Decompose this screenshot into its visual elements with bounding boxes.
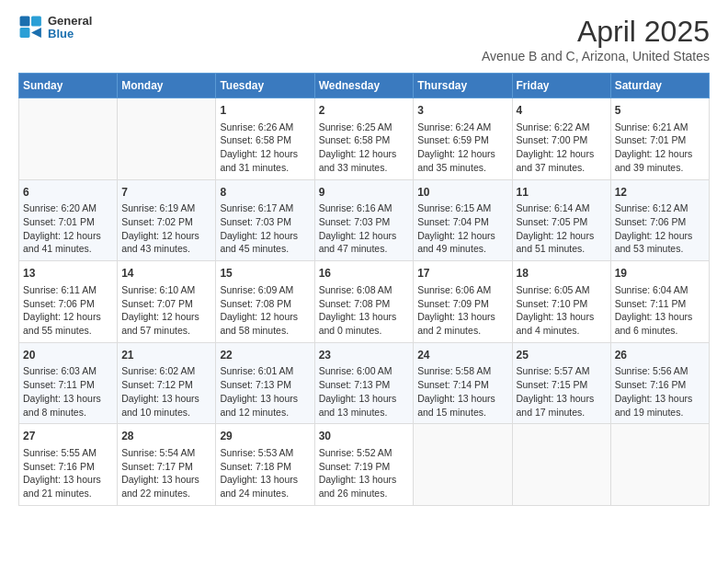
day-number: 18: [517, 266, 607, 282]
day-number: 9: [319, 185, 410, 201]
page-header: General Blue April 2025 Avenue B and C, …: [18, 15, 710, 63]
calendar-cell: 4Sunrise: 6:22 AM Sunset: 7:00 PM Daylig…: [512, 98, 610, 180]
day-number: 28: [121, 429, 211, 444]
day-info: Sunrise: 6:26 AM Sunset: 6:58 PM Dayligh…: [220, 121, 310, 175]
day-info: Sunrise: 6:03 AM Sunset: 7:11 PM Dayligh…: [23, 364, 113, 419]
day-number: 21: [121, 348, 211, 363]
day-number: 25: [517, 348, 607, 363]
day-number: 3: [417, 103, 507, 119]
day-number: 12: [615, 185, 705, 201]
day-info: Sunrise: 6:16 AM Sunset: 7:03 PM Dayligh…: [319, 201, 410, 256]
calendar-cell: 8Sunrise: 6:17 AM Sunset: 7:03 PM Daylig…: [216, 179, 314, 261]
calendar-cell: 23Sunrise: 6:00 AM Sunset: 7:13 PM Dayli…: [314, 342, 414, 424]
day-info: Sunrise: 5:58 AM Sunset: 7:14 PM Dayligh…: [417, 364, 507, 419]
day-number: 10: [417, 185, 507, 201]
weekday-header-tuesday: Tuesday: [216, 74, 314, 98]
day-info: Sunrise: 6:15 AM Sunset: 7:04 PM Dayligh…: [417, 201, 507, 256]
day-number: 19: [615, 266, 705, 282]
calendar-cell: [118, 98, 216, 180]
day-number: 6: [23, 185, 113, 201]
day-number: 7: [121, 185, 211, 201]
svg-marker-3: [31, 28, 41, 38]
day-info: Sunrise: 6:14 AM Sunset: 7:05 PM Dayligh…: [517, 201, 607, 256]
day-number: 20: [23, 348, 113, 363]
logo-general-text: General: [48, 15, 92, 28]
day-number: 5: [615, 103, 705, 119]
calendar-cell: 16Sunrise: 6:08 AM Sunset: 7:08 PM Dayli…: [314, 261, 414, 343]
calendar-cell: 18Sunrise: 6:05 AM Sunset: 7:10 PM Dayli…: [512, 261, 610, 343]
calendar-cell: 17Sunrise: 6:06 AM Sunset: 7:09 PM Dayli…: [414, 261, 512, 343]
weekday-header-friday: Friday: [512, 74, 610, 98]
day-info: Sunrise: 6:19 AM Sunset: 7:02 PM Dayligh…: [121, 201, 211, 256]
day-number: 2: [319, 103, 410, 119]
day-info: Sunrise: 6:05 AM Sunset: 7:10 PM Dayligh…: [517, 283, 607, 338]
day-info: Sunrise: 6:06 AM Sunset: 7:09 PM Dayligh…: [417, 283, 507, 338]
day-info: Sunrise: 6:12 AM Sunset: 7:06 PM Dayligh…: [615, 201, 705, 256]
calendar-cell: 24Sunrise: 5:58 AM Sunset: 7:14 PM Dayli…: [414, 342, 512, 424]
day-number: 29: [220, 429, 310, 444]
weekday-header-saturday: Saturday: [610, 74, 709, 98]
svg-rect-1: [31, 17, 41, 27]
day-info: Sunrise: 6:21 AM Sunset: 7:01 PM Dayligh…: [615, 121, 705, 175]
logo-blue-text: Blue: [48, 28, 92, 40]
calendar-cell: 22Sunrise: 6:01 AM Sunset: 7:13 PM Dayli…: [216, 342, 314, 424]
day-info: Sunrise: 5:55 AM Sunset: 7:16 PM Dayligh…: [23, 446, 113, 500]
calendar-header: SundayMondayTuesdayWednesdayThursdayFrid…: [19, 74, 710, 98]
day-number: 8: [220, 185, 310, 201]
calendar-cell: 10Sunrise: 6:15 AM Sunset: 7:04 PM Dayli…: [414, 179, 512, 261]
day-info: Sunrise: 6:04 AM Sunset: 7:11 PM Dayligh…: [615, 283, 705, 338]
day-info: Sunrise: 5:54 AM Sunset: 7:17 PM Dayligh…: [121, 446, 211, 500]
calendar-week-2: 6Sunrise: 6:20 AM Sunset: 7:01 PM Daylig…: [19, 179, 710, 261]
day-info: Sunrise: 6:08 AM Sunset: 7:08 PM Dayligh…: [319, 283, 410, 338]
title-block: April 2025 Avenue B and C, Arizona, Unit…: [482, 15, 710, 63]
day-number: 24: [417, 348, 507, 363]
weekday-header-thursday: Thursday: [414, 74, 512, 98]
calendar-title: April 2025: [482, 15, 710, 49]
calendar-cell: 27Sunrise: 5:55 AM Sunset: 7:16 PM Dayli…: [19, 424, 118, 506]
calendar-cell: 6Sunrise: 6:20 AM Sunset: 7:01 PM Daylig…: [19, 179, 118, 261]
day-info: Sunrise: 6:11 AM Sunset: 7:06 PM Dayligh…: [23, 283, 113, 338]
calendar-cell: [610, 424, 709, 506]
day-info: Sunrise: 6:24 AM Sunset: 6:59 PM Dayligh…: [417, 121, 507, 175]
calendar-cell: 29Sunrise: 5:53 AM Sunset: 7:18 PM Dayli…: [216, 424, 314, 506]
day-info: Sunrise: 6:09 AM Sunset: 7:08 PM Dayligh…: [220, 283, 310, 338]
calendar-cell: 11Sunrise: 6:14 AM Sunset: 7:05 PM Dayli…: [512, 179, 610, 261]
calendar-cell: 28Sunrise: 5:54 AM Sunset: 7:17 PM Dayli…: [118, 424, 216, 506]
day-number: 13: [23, 266, 113, 282]
calendar-cell: 9Sunrise: 6:16 AM Sunset: 7:03 PM Daylig…: [314, 179, 414, 261]
svg-rect-2: [20, 28, 30, 38]
day-number: 16: [319, 266, 410, 282]
calendar-cell: 13Sunrise: 6:11 AM Sunset: 7:06 PM Dayli…: [19, 261, 118, 343]
day-info: Sunrise: 5:52 AM Sunset: 7:19 PM Dayligh…: [319, 446, 410, 500]
calendar-cell: [512, 424, 610, 506]
day-number: 17: [417, 266, 507, 282]
day-number: 22: [220, 348, 310, 363]
day-number: 30: [319, 429, 410, 444]
calendar-cell: 3Sunrise: 6:24 AM Sunset: 6:59 PM Daylig…: [414, 98, 512, 180]
calendar-cell: 1Sunrise: 6:26 AM Sunset: 6:58 PM Daylig…: [216, 98, 314, 180]
calendar-cell: [414, 424, 512, 506]
calendar-cell: 5Sunrise: 6:21 AM Sunset: 7:01 PM Daylig…: [610, 98, 709, 180]
day-number: 27: [23, 429, 113, 444]
weekday-header-monday: Monday: [118, 74, 216, 98]
day-number: 26: [615, 348, 705, 363]
day-info: Sunrise: 6:22 AM Sunset: 7:00 PM Dayligh…: [517, 121, 607, 175]
calendar-cell: 20Sunrise: 6:03 AM Sunset: 7:11 PM Dayli…: [19, 342, 118, 424]
calendar-cell: [19, 98, 118, 180]
calendar-cell: 15Sunrise: 6:09 AM Sunset: 7:08 PM Dayli…: [216, 261, 314, 343]
logo: General Blue: [18, 15, 92, 41]
calendar-week-3: 13Sunrise: 6:11 AM Sunset: 7:06 PM Dayli…: [19, 261, 710, 343]
calendar-cell: 26Sunrise: 5:56 AM Sunset: 7:16 PM Dayli…: [610, 342, 709, 424]
day-number: 1: [220, 103, 310, 119]
calendar-cell: 12Sunrise: 6:12 AM Sunset: 7:06 PM Dayli…: [610, 179, 709, 261]
day-info: Sunrise: 6:02 AM Sunset: 7:12 PM Dayligh…: [121, 364, 211, 419]
weekday-header-wednesday: Wednesday: [314, 74, 414, 98]
logo-icon: [18, 15, 44, 40]
svg-rect-0: [20, 17, 30, 27]
calendar-cell: 25Sunrise: 5:57 AM Sunset: 7:15 PM Dayli…: [512, 342, 610, 424]
calendar-week-5: 27Sunrise: 5:55 AM Sunset: 7:16 PM Dayli…: [19, 424, 710, 506]
day-info: Sunrise: 6:10 AM Sunset: 7:07 PM Dayligh…: [121, 283, 211, 338]
day-info: Sunrise: 6:17 AM Sunset: 7:03 PM Dayligh…: [220, 201, 310, 256]
day-number: 15: [220, 266, 310, 282]
day-info: Sunrise: 6:01 AM Sunset: 7:13 PM Dayligh…: [220, 364, 310, 419]
